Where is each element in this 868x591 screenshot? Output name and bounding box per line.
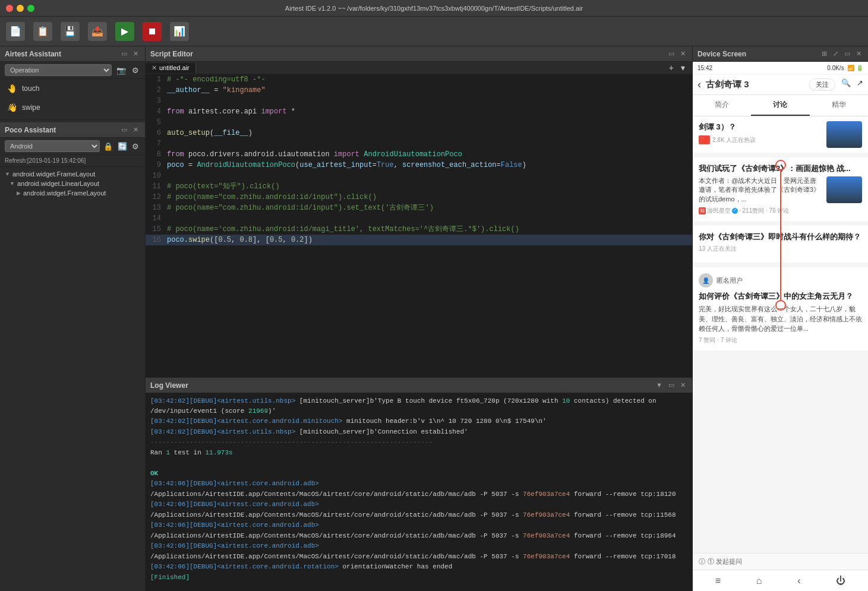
poco-device-select[interactable]: Android (5, 140, 100, 152)
phone-status-bar: 15:42 0.0K/s 📶 🔋 (693, 62, 868, 75)
airtest-close-icon[interactable]: ✕ (131, 49, 140, 58)
log-line-5: /Applications/AirtestIDE.app/Contents/Ma… (150, 489, 687, 500)
log-line-10: [03:42:06][DEBUG]<airtest.core.android.a… (150, 541, 687, 551)
phone-tab-discussion[interactable]: 讨论 (751, 95, 809, 116)
code-line-13: 13 # poco(name="com.zhihu.android:id/inp… (146, 203, 692, 213)
report-button[interactable]: 📊 (170, 22, 189, 41)
log-filter-icon[interactable]: ▼ (654, 381, 664, 390)
phone-back-button[interactable]: ‹ (697, 78, 701, 91)
code-line-5: 5 (146, 117, 692, 128)
device-screen-header: Device Screen ⊞ ⤢ ▭ ✕ (693, 46, 868, 62)
add-tab-button[interactable]: + (667, 62, 676, 74)
zhihu-icon: 知 (699, 207, 706, 214)
phone-tab-intro[interactable]: 简介 (693, 95, 751, 116)
code-line-8: 8 from poco.drivers.android.uiautomation… (146, 149, 692, 160)
touch-label: touch (22, 84, 39, 93)
tree-view: ▼ android.widget.FrameLayout ▼ android.w… (0, 167, 145, 591)
phone-ask-bar[interactable]: ⓘ ① 发起提问 (693, 553, 868, 570)
log-close-icon[interactable]: ✕ (678, 381, 687, 390)
tab-label: untitled.air (159, 64, 190, 71)
tab-dot: ✕ (151, 64, 157, 72)
poco-lock-icon[interactable]: 🔒 (102, 141, 114, 152)
poco-refresh-icon[interactable]: 🔄 (116, 141, 128, 152)
code-line-7: 7 (146, 138, 692, 149)
phone-post-2-title: 我们试玩了《古剑奇谭3》：画面超惊艳 战... (699, 163, 862, 174)
title-bar: Airtest IDE v1.2.0 ~~ /var/folders/ky/31… (0, 0, 868, 17)
code-editor[interactable]: 1 # -*- encoding=utf8 -*- 2 __author__ =… (146, 74, 692, 377)
phone-home-icon[interactable]: ⌂ (756, 576, 762, 586)
phone-follow-button[interactable]: 关注 (809, 78, 835, 91)
log-minimize-icon[interactable]: ▭ (667, 381, 676, 390)
settings-icon[interactable]: ⚙ (131, 65, 140, 76)
swipe-icon: 👋 (7, 103, 17, 112)
log-blank-1 (150, 458, 687, 468)
phone-content[interactable]: 剑谭 3）？ 🔴 2.8K 人正在热议 (693, 116, 868, 553)
poco-minimize-icon[interactable]: ▭ (119, 125, 129, 134)
device-close-icon[interactable]: ✕ (854, 49, 863, 58)
device-header-icons: ⊞ ⤢ ▭ ✕ (820, 49, 863, 58)
poco-close-icon[interactable]: ✕ (131, 125, 140, 134)
touch-icon: 🤚 (7, 84, 17, 93)
tree-item-framelayout-nested[interactable]: ▶ android.widget.FrameLayout (0, 188, 145, 198)
new-file-button[interactable]: 📄 (6, 22, 25, 41)
tab-dropdown-button[interactable]: ▾ (678, 62, 687, 74)
device-minimize-icon[interactable]: ▭ (842, 49, 852, 58)
script-editor-title: Script Editor (150, 50, 193, 58)
phone-post-4-author: 👤 匿名用户 (699, 273, 862, 287)
device-grid-icon[interactable]: ⊞ (820, 49, 829, 58)
phone-post-3: 你对《古剑奇谭三》即时战斗有什么样的期待？ 13 人正在关注 (693, 226, 868, 263)
code-line-6: 6 auto_setup(__file__) (146, 128, 692, 138)
operation-row: Operation 📷 ⚙ (0, 62, 145, 79)
poco-refresh-label: Refresh:[2019-01-19 15:42:06] (0, 155, 145, 167)
live-badge: 🔴 (699, 135, 710, 145)
screenshot-icon[interactable]: 📷 (115, 65, 127, 76)
tree-item-framelayout[interactable]: ▼ android.widget.FrameLayout (0, 169, 145, 179)
save-button[interactable]: 💾 (61, 22, 80, 41)
tree-item-linearlayout[interactable]: ▼ android.widget.LinearLayout (0, 179, 145, 188)
poco-assistant-header: Poco Assistant ▭ ✕ (0, 122, 145, 138)
phone-tab-highlight[interactable]: 精华 (810, 95, 868, 116)
phone-search-button[interactable]: 🔍 (841, 78, 851, 91)
log-line-8: [03:42:06][DEBUG]<airtest.core.android.a… (150, 520, 687, 530)
phone-signal-info: 0.0K/s 📶 🔋 (827, 65, 863, 71)
log-finished: [Finished] (150, 573, 687, 583)
code-line-1: 1 # -*- encoding=utf8 -*- (146, 74, 692, 85)
script-tab[interactable]: ✕ untitled.air (146, 63, 196, 73)
phone-post-1: 剑谭 3）？ 🔴 2.8K 人正在热议 (693, 116, 868, 153)
phone-share-button[interactable]: ↗ (857, 78, 863, 91)
code-line-9: 9 poco = AndroidUiautomationPoco(use_air… (146, 160, 692, 170)
open-file-button[interactable]: 📋 (33, 22, 52, 41)
swipe-item[interactable]: 👋 swipe (0, 98, 145, 117)
log-content[interactable]: [03:42:02][DEBUG]<airtest.utils.nbsp> [m… (146, 393, 692, 591)
anonymous-label: 匿名用户 (717, 276, 743, 285)
thumb-mountains-2 (826, 176, 862, 203)
stop-button[interactable]: ⏹ (143, 22, 162, 41)
operation-select[interactable]: Operation (5, 64, 112, 76)
log-line-11: /Applications/AirtestIDE.app/Contents/Ma… (150, 552, 687, 562)
touch-item[interactable]: 🤚 touch (0, 79, 145, 98)
phone-menu-icon[interactable]: ≡ (715, 576, 721, 586)
close-button[interactable] (6, 5, 13, 12)
phone-post-2-body: 本文作者：@战术大火近日，受网元圣唐邀请，笔者有幸抢先体验了《古剑奇谭3》的试玩… (699, 176, 862, 215)
phone-back-nav-icon[interactable]: ‹ (797, 576, 800, 586)
script-editor-header: Script Editor ▭ ✕ (146, 46, 692, 62)
log-line-9: /Applications/AirtestIDE.app/Contents/Ma… (150, 531, 687, 541)
editor-close-icon[interactable]: ✕ (678, 49, 687, 58)
log-line-2: [03:42:02][DEBUG]<airtest.core.android.m… (150, 416, 687, 426)
code-line-15: 15 # poco(name='com.zhihu.android:id/mag… (146, 224, 692, 235)
poco-settings-icon[interactable]: ⚙ (131, 141, 140, 152)
minimize-button[interactable] (17, 5, 24, 12)
main-toolbar: 📄 📋 💾 📤 ▶ ⏹ 📊 (0, 17, 868, 46)
editor-minimize-icon[interactable]: ▭ (667, 49, 676, 58)
export-button[interactable]: 📤 (88, 22, 107, 41)
maximize-button[interactable] (27, 5, 34, 12)
phone-power-icon[interactable]: ⏻ (836, 576, 845, 586)
run-button[interactable]: ▶ (115, 22, 134, 41)
airtest-assistant-title: Airtest Assistant (5, 50, 61, 58)
phone-screen: 15:42 0.0K/s 📶 🔋 ‹ 古剑奇谭 3 关注 🔍 ↗ (693, 62, 868, 591)
code-line-11: 11 # poco(text="知乎").click() (146, 181, 692, 192)
poco-header-icons: ▭ ✕ (119, 125, 140, 134)
device-expand-icon[interactable]: ⤢ (831, 49, 840, 58)
airtest-minimize-icon[interactable]: ▭ (119, 49, 129, 58)
tree-arrow-icon-2: ▶ (17, 190, 21, 196)
